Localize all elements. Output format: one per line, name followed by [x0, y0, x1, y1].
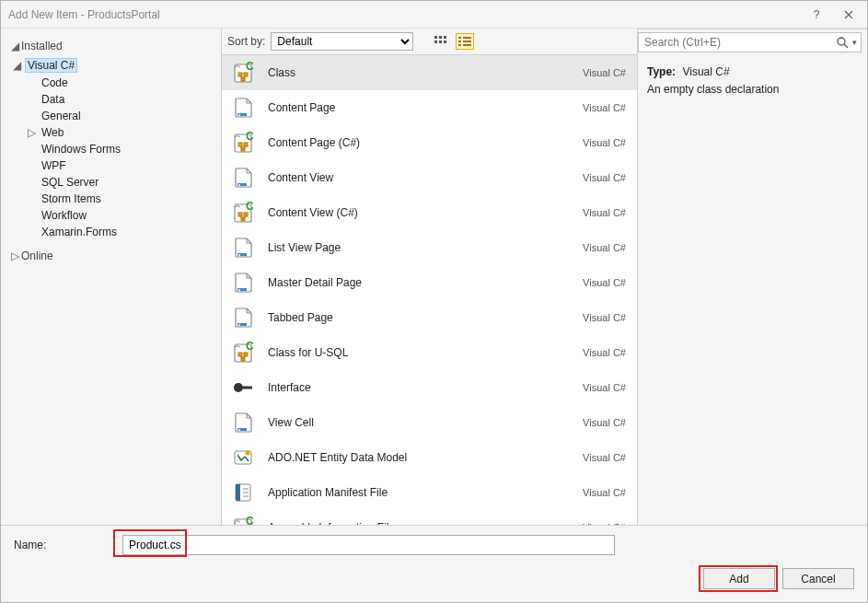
template-name: Content Page (C#): [268, 136, 583, 149]
top-area: ◢ Installed ◢ Visual C# CodeDataGeneral▷…: [1, 29, 867, 525]
description-text: An empty class declaration: [647, 81, 858, 99]
collapse-icon: ◢: [12, 59, 21, 72]
svg-rect-0: [434, 36, 437, 39]
template-row[interactable]: Assembly Information FileVisual C#: [222, 510, 637, 525]
svg-line-13: [844, 44, 848, 48]
template-toolbar: Sort by: Default: [222, 29, 637, 54]
template-row[interactable]: ADO.NET Entity Data ModelVisual C#: [222, 440, 637, 475]
node-label: Web: [40, 126, 65, 139]
interface-icon: [231, 376, 255, 400]
expand-icon: ▷: [10, 249, 19, 262]
node-label: Data: [40, 93, 66, 106]
template-row[interactable]: Class for U-SQLVisual C#: [222, 335, 637, 370]
template-row[interactable]: Tabbed PageVisual C#: [222, 300, 637, 335]
template-row[interactable]: Content Page (C#)Visual C#: [222, 125, 637, 160]
template-row[interactable]: Master Detail PageVisual C#: [222, 265, 637, 300]
cancel-button[interactable]: Cancel: [782, 568, 854, 589]
template-row[interactable]: Content View (C#)Visual C#: [222, 195, 637, 230]
search-input[interactable]: [644, 36, 836, 49]
view-list[interactable]: [456, 33, 474, 50]
name-row: Name:: [14, 535, 854, 555]
name-input[interactable]: [122, 535, 615, 555]
node-label: SQL Server: [40, 176, 100, 189]
manifest-icon: [231, 481, 255, 504]
add-button[interactable]: Add: [703, 568, 775, 589]
template-name: Tabbed Page: [268, 311, 583, 324]
template-row[interactable]: InterfaceVisual C#: [222, 370, 637, 405]
template-name: Application Manifest File: [268, 486, 583, 499]
template-lang: Visual C#: [583, 102, 626, 113]
type-label: Type:: [647, 65, 676, 78]
template-row[interactable]: ClassVisual C#: [222, 55, 637, 90]
template-row[interactable]: Content PageVisual C#: [222, 90, 637, 125]
button-row: Add Cancel: [14, 568, 854, 589]
template-lang: Visual C#: [583, 487, 626, 498]
collapse-icon: ◢: [10, 40, 19, 52]
sort-label: Sort by:: [227, 35, 265, 48]
page-icon: [231, 96, 255, 120]
svg-rect-1: [439, 36, 442, 39]
template-lang: Visual C#: [583, 242, 626, 253]
tree-node[interactable]: ▷Web: [1, 124, 221, 141]
installed-label: Installed: [21, 40, 63, 52]
tree-node-visual-csharp[interactable]: ◢ Visual C#: [1, 56, 221, 75]
template-name: Content View: [268, 171, 583, 184]
page-icon: [231, 306, 255, 330]
sort-dropdown[interactable]: Default: [271, 32, 413, 51]
center-column: Sort by: Default: [222, 29, 637, 525]
svg-rect-2: [444, 36, 446, 39]
template-name: Class: [268, 66, 583, 79]
tree-node[interactable]: WPF: [1, 157, 221, 174]
node-label: Windows Forms: [40, 143, 122, 156]
installed-header[interactable]: ◢ Installed: [1, 36, 221, 56]
cs-class-icon: [231, 516, 255, 525]
list-icon: [458, 36, 471, 47]
template-row[interactable]: Application Manifest FileVisual C#: [222, 475, 637, 510]
node-label: General: [40, 110, 83, 122]
cs-class-icon: [231, 61, 255, 85]
svg-rect-6: [458, 37, 461, 39]
template-lang: Visual C#: [583, 417, 626, 428]
page-icon: [231, 411, 255, 435]
template-row[interactable]: Content ViewVisual C#: [222, 160, 637, 195]
svg-rect-3: [434, 41, 437, 43]
tree-node[interactable]: Xamarin.Forms: [1, 224, 221, 240]
search-dropdown-icon[interactable]: ▾: [852, 38, 857, 47]
node-label: Workflow: [40, 209, 88, 222]
tree-node[interactable]: SQL Server: [1, 174, 221, 191]
template-list[interactable]: ClassVisual C#Content PageVisual C#Conte…: [222, 54, 637, 525]
category-tree[interactable]: ◢ Installed ◢ Visual C# CodeDataGeneral▷…: [1, 29, 222, 525]
template-name: ADO.NET Entity Data Model: [268, 451, 583, 464]
dialog-window: Add New Item - ProductsPortal ? ◢ Instal…: [0, 0, 868, 603]
template-lang: Visual C#: [583, 312, 626, 323]
template-name: Content View (C#): [268, 206, 583, 219]
view-small-icons[interactable]: [432, 33, 450, 50]
close-button[interactable]: [830, 1, 867, 29]
cs-class-icon: [231, 201, 255, 225]
tree-node[interactable]: Storm Items: [1, 191, 221, 207]
tree-node[interactable]: General: [1, 108, 221, 124]
template-wrap: ClassVisual C#Content PageVisual C#Conte…: [222, 54, 637, 525]
svg-rect-7: [463, 37, 471, 39]
svg-rect-8: [458, 41, 461, 42]
template-name: View Cell: [268, 416, 583, 429]
close-icon: [844, 10, 853, 19]
tree-node[interactable]: Data: [1, 91, 221, 108]
tree-node[interactable]: Windows Forms: [1, 141, 221, 157]
svg-rect-4: [439, 41, 442, 43]
model-icon: [231, 446, 255, 470]
tree-node[interactable]: Workflow: [1, 207, 221, 224]
node-label: Storm Items: [40, 192, 103, 205]
cs-class-icon: [231, 341, 255, 365]
svg-rect-11: [463, 44, 471, 46]
tree-node[interactable]: Code: [1, 75, 221, 91]
help-button[interactable]: ?: [803, 1, 830, 29]
online-header[interactable]: ▷ Online: [1, 246, 221, 266]
template-row[interactable]: List View PageVisual C#: [222, 230, 637, 265]
search-box[interactable]: ▾: [638, 32, 862, 52]
template-name: Master Detail Page: [268, 276, 583, 289]
template-row[interactable]: View CellVisual C#: [222, 405, 637, 440]
template-lang: Visual C#: [583, 67, 626, 78]
node-label: WPF: [40, 159, 68, 172]
type-value: Visual C#: [682, 65, 729, 78]
